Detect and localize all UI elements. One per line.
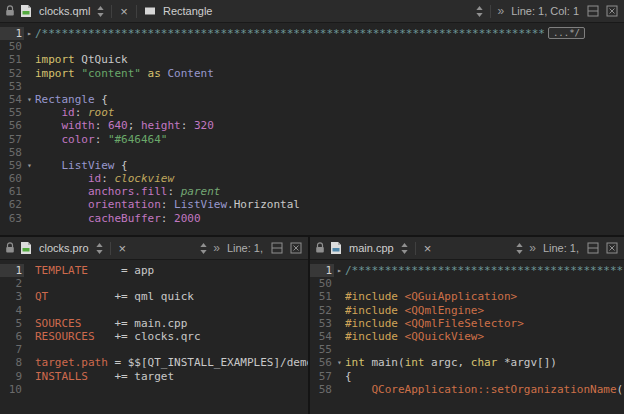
code-line: 59▾ ListView {: [0, 159, 624, 172]
symbol-dropdown-icon[interactable]: [198, 240, 209, 256]
editor-pane-cpp: main.cpp × » Line: 1, 1▸/****: [310, 237, 624, 414]
code-token: /***************************************…: [35, 27, 545, 40]
code-line: 54#include <QQuickView>: [310, 330, 624, 343]
fold-marker-icon[interactable]: ▾: [24, 93, 35, 106]
close-split-button[interactable]: [288, 240, 304, 256]
fold-gutter: [334, 290, 345, 303]
document-dropdown-icon[interactable]: [95, 3, 106, 19]
code-text: id: clockview: [35, 172, 624, 185]
split-editor-button[interactable]: [585, 240, 601, 256]
code-text: {: [345, 370, 624, 383]
line-number: 54: [0, 93, 24, 106]
code-token: :: [95, 133, 108, 146]
split-editor-button[interactable]: [585, 3, 601, 19]
code-token: id: [62, 106, 75, 119]
editor-window: clocks.qml × Rectangle » Line: 1, Col: 1: [0, 0, 624, 414]
fold-gutter: [24, 277, 35, 290]
code-editor-cpp[interactable]: 1▸/*************************************…: [310, 260, 624, 414]
code-token: *argv[]): [497, 356, 557, 369]
line-number: 60: [0, 172, 24, 185]
code-token: parent: [181, 185, 221, 198]
fold-gutter: [24, 343, 35, 356]
code-token: [35, 133, 62, 146]
editor-toolbar-pro: clocks.pro × » Line: 1,: [0, 237, 308, 260]
close-split-button[interactable]: [604, 3, 620, 19]
document-dropdown-icon[interactable]: [94, 240, 105, 256]
lock-icon[interactable]: [4, 3, 15, 19]
line-number: 62: [0, 198, 24, 211]
fold-marker-icon[interactable]: ▾: [334, 356, 345, 369]
symbol-selector[interactable]: Rectangle: [161, 5, 215, 17]
line-number: 53: [0, 80, 24, 93]
code-text: /***************************************…: [35, 27, 624, 40]
code-editor-pro[interactable]: 1TEMPLATE = app23QT += qml quick45SOURCE…: [0, 260, 308, 414]
code-token: .Horizontal: [227, 198, 300, 211]
close-document-button[interactable]: ×: [421, 242, 435, 255]
code-token: += qml quick: [48, 290, 194, 303]
toolbar-separator: [111, 5, 112, 18]
code-token: 640: [108, 119, 128, 132]
document-dropdown-icon[interactable]: [399, 240, 410, 256]
code-line: 57 color: "#646464": [0, 133, 624, 146]
code-editor-qml[interactable]: 1▸/*************************************…: [0, 23, 624, 235]
cursor-position-label: Line: 1, Col: 1: [508, 5, 582, 17]
code-token: <QGuiApplication>: [405, 290, 518, 303]
code-token: {: [345, 370, 352, 383]
lock-icon[interactable]: [4, 240, 15, 256]
line-number: 2: [0, 277, 24, 290]
close-document-button[interactable]: ×: [117, 5, 131, 18]
code-token: <QQuickView>: [405, 330, 484, 343]
toolbar-overflow-icon[interactable]: »: [496, 4, 505, 18]
code-token: "content": [81, 67, 141, 80]
open-document-name[interactable]: main.cpp: [347, 242, 396, 254]
fold-gutter: [24, 172, 35, 185]
line-number: 1: [310, 264, 334, 277]
symbol-dropdown-icon[interactable]: [514, 240, 525, 256]
symbol-dropdown-icon[interactable]: [474, 3, 485, 19]
code-token: root: [88, 106, 115, 119]
fold-gutter: [24, 383, 35, 396]
code-line: 55 id: root: [0, 106, 624, 119]
code-token: = $$[QT_INSTALL_EXAMPLES]/demos/clocks: [108, 356, 308, 369]
toolbar-overflow-icon[interactable]: »: [528, 241, 537, 255]
code-text: QT += qml quick: [35, 290, 308, 303]
fold-marker-icon[interactable]: ▸: [24, 27, 35, 40]
line-number: 59: [0, 159, 24, 172]
code-line: 6RESOURCES += clocks.qrc: [0, 330, 308, 343]
split-editor-button[interactable]: [269, 240, 285, 256]
toolbar-overflow-icon[interactable]: »: [212, 241, 221, 255]
code-token: [345, 383, 372, 396]
code-text: anchors.fill: parent: [35, 185, 624, 198]
line-number: 50: [310, 277, 334, 290]
code-text: [35, 304, 308, 317]
code-token: :: [101, 172, 114, 185]
pro-file-icon: [18, 240, 34, 256]
fold-gutter: [24, 290, 35, 303]
code-line: 52#include <QQmlEngine>: [310, 304, 624, 317]
close-document-button[interactable]: ×: [116, 242, 130, 255]
code-line: 60 id: clockview: [0, 172, 624, 185]
lock-icon[interactable]: [314, 240, 325, 256]
code-token: <QQmlFileSelector>: [405, 317, 524, 330]
code-token: TEMPLATE: [35, 264, 88, 277]
code-token: [35, 185, 88, 198]
code-text: SOURCES += main.cpp: [35, 317, 308, 330]
fold-gutter: [334, 330, 345, 343]
collapsed-comment-placeholder[interactable]: ...*/: [548, 27, 585, 39]
line-number: 51: [0, 53, 24, 66]
fold-marker-icon[interactable]: ▸: [334, 264, 345, 277]
fold-marker-icon[interactable]: ▾: [24, 159, 35, 172]
open-document-name[interactable]: clocks.pro: [37, 242, 91, 254]
code-line: 8target.path = $$[QT_INSTALL_EXAMPLES]/d…: [0, 356, 308, 369]
line-number: 50: [0, 40, 24, 53]
code-line: 61 anchors.fill: parent: [0, 185, 624, 198]
cpp-file-icon: [328, 240, 344, 256]
close-split-button[interactable]: [604, 240, 620, 256]
fold-gutter: [24, 185, 35, 198]
code-token: [35, 172, 88, 185]
code-line: 51#include <QGuiApplication>: [310, 290, 624, 303]
fold-gutter: [24, 356, 35, 369]
code-token: INSTALLS: [35, 370, 88, 383]
open-document-name[interactable]: clocks.qml: [37, 5, 92, 17]
code-line: 5SOURCES += main.cpp: [0, 317, 308, 330]
